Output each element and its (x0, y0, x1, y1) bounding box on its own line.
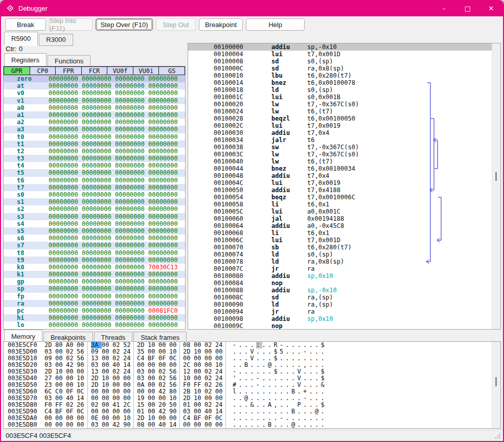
disasm-row[interactable]: 0010002Cluit7,0x0019 (188, 122, 492, 129)
reg-tab-vu0i[interactable]: VU0i (133, 66, 159, 75)
memory-byte[interactable]: 0F (66, 428, 77, 429)
memory-byte[interactable]: BF (55, 428, 66, 429)
tab-r5900[interactable]: R5900 (4, 32, 38, 46)
reg-tab-fpr[interactable]: FPR (55, 66, 82, 75)
reg-tab-gs[interactable]: GS (158, 66, 185, 75)
register-row[interactable]: a200000000000000000000000000000000 (4, 119, 185, 126)
disasm-row[interactable]: 00100044bnezt6,0x00100034 (188, 165, 492, 172)
disasm-row[interactable]: 00100024lwt6,(t7) (188, 108, 492, 115)
register-row[interactable]: v100000000000000000000000000000000 (4, 97, 185, 104)
memory-byte[interactable]: 04 (137, 428, 148, 429)
break-button[interactable]: Break (5, 18, 46, 31)
memory-scrollbar[interactable] (492, 342, 500, 428)
disasm-row[interactable]: 00100000addiusp,-0x10 (188, 43, 492, 51)
disasm-row[interactable]: 00100098addiusp,0x10 (188, 315, 492, 322)
breakpoint-button[interactable]: Breakpoint (199, 18, 243, 31)
disasm-row[interactable]: 00100068lit6,0x1 (188, 229, 492, 237)
register-row[interactable]: t800000000000000000000000000000000 (4, 249, 185, 257)
register-row[interactable]: t300000000000000000000000000000000 (4, 155, 185, 162)
reg-tab-cp0[interactable]: CP0 (30, 66, 56, 75)
register-row[interactable]: zero00000000000000000000000000000000 (4, 75, 185, 82)
register-row[interactable]: t400000000000000000000000000000000 (4, 162, 185, 169)
disasm-row[interactable]: 0010003Clwt7,-0x367C(s0) (188, 151, 492, 158)
register-row[interactable]: t600000000000000000000000000000000 (4, 177, 185, 184)
memory-byte[interactable]: 00 (148, 428, 158, 429)
tab-r3000[interactable]: R3000 (39, 34, 73, 46)
close-button[interactable]: ✕ (479, 0, 503, 16)
register-row[interactable]: s400000000000000000000000000000000 (4, 220, 185, 227)
memory-byte[interactable]: 03 (183, 428, 194, 429)
register-row[interactable]: s200000000000000000000000000000000 (4, 205, 185, 213)
disasm-row[interactable]: 00100038swt7,-0x367C(s0) (188, 144, 492, 151)
disasm-row[interactable]: 00100080addiusp,0x10 (188, 272, 492, 280)
disasm-row[interactable]: 00100084nop (188, 280, 492, 287)
disasm-row[interactable]: 00100058lit6,0x1 (188, 201, 492, 208)
reg-tab-fcr[interactable]: FCR (81, 66, 108, 75)
register-row[interactable]: s000000000000000000000000000000000 (4, 191, 185, 198)
disasm-row[interactable]: 0010004Cluit7,0x0019 (188, 179, 492, 187)
register-row[interactable]: gp00000000000000000000000000000000 (4, 278, 185, 285)
disasm-row[interactable]: 00100004luit7,0x001D (188, 51, 492, 58)
register-row[interactable]: t700000000000000000000000000000000 (4, 184, 185, 191)
disasm-row[interactable]: 00100008sds0,(sp) (188, 58, 492, 65)
reg-tab-vu0f[interactable]: VU0f (107, 66, 133, 75)
register-row[interactable]: s600000000000000000000000000000000 (4, 235, 185, 242)
disasm-row[interactable]: 00100028beqzlt6,0x00100050 (188, 115, 492, 122)
disasm-row[interactable]: 00100060jal0x00194188 (188, 215, 492, 222)
memory-byte[interactable]: 40 (204, 428, 215, 429)
disassembly-scrollbar[interactable] (492, 43, 500, 329)
disasm-row[interactable]: 0010000Csdra,0x8(sp) (188, 65, 492, 72)
memory-byte[interactable]: 00 (112, 428, 123, 429)
register-row[interactable]: s100000000000000000000000000000000 (4, 198, 185, 205)
register-row[interactable]: at00000000000000000000000000000000 (4, 82, 185, 89)
reg-tab-gpr[interactable]: GPR (4, 66, 30, 75)
memory-byte[interactable]: 90 (169, 428, 180, 429)
register-row[interactable]: s500000000000000000000000000000000 (4, 227, 185, 235)
register-row[interactable]: a000000000000000000000000000000000 (4, 104, 185, 111)
memory-byte[interactable]: 42 (158, 428, 169, 429)
register-row[interactable]: sp00000000000000000000000000000000 (4, 285, 185, 292)
disasm-row[interactable]: 00100094jrra (188, 308, 492, 315)
tab-registers[interactable]: Registers (4, 53, 47, 67)
register-row[interactable]: fp00000000000000000000000000000000 (4, 293, 185, 300)
register-row[interactable]: s300000000000000000000000000000000 (4, 213, 185, 220)
disasm-row[interactable]: 00100034jalrt6 (188, 136, 492, 144)
disasm-row[interactable]: 00100070sbt6,0x280(t7) (188, 244, 492, 251)
disasm-row[interactable]: 00100020lwt7,-0x367C(s0) (188, 101, 492, 108)
resize-grip[interactable] (495, 433, 500, 438)
disasm-row[interactable]: 00100018lds0,(sp) (188, 86, 492, 94)
register-row[interactable]: hi00000000000000000000000000000000 (4, 314, 185, 321)
register-row[interactable]: a300000000000000000000000000000000 (4, 126, 185, 133)
memory-byte[interactable]: 14 (215, 428, 226, 429)
minimize-button[interactable]: – (432, 0, 456, 16)
disasm-row[interactable]: 00100040lwt6,(t7) (188, 158, 492, 165)
disasm-row[interactable]: 0010008Csdra,(sp) (188, 294, 492, 301)
register-row[interactable]: t100000000000000000000000000000000 (4, 141, 185, 148)
register-row[interactable]: v000000000000000000000000000000000 (4, 89, 185, 97)
disasm-row[interactable]: 00100078ldra,0x8(sp) (188, 258, 492, 265)
register-row[interactable]: pc00000000000000000000000000081FC0 (4, 307, 185, 314)
register-row[interactable]: lo00000000000000000000000000000000 (4, 321, 185, 329)
disasm-row[interactable]: 0010007Cjrra (188, 265, 492, 272)
register-row[interactable]: t500000000000000000000000000000000 (4, 169, 185, 176)
memory-byte[interactable]: 00 (194, 428, 204, 429)
disasm-row[interactable]: 00100054beqzt7,0x0010006C (188, 194, 492, 201)
register-row[interactable]: k000000000000000000000000070030C13 (4, 264, 185, 271)
memory-scrollbar-thumb[interactable] (495, 377, 497, 386)
disasm-row[interactable]: 00100010lbut6,0x280(t7) (188, 72, 492, 79)
disassembly-scrollbar-thumb[interactable] (495, 172, 497, 181)
memory-byte[interactable]: C4 (44, 428, 55, 429)
memory-ascii[interactable]: ..........B...@. (225, 428, 327, 429)
memory-byte[interactable]: 00 (123, 428, 134, 429)
memory-byte[interactable]: 00 (102, 428, 112, 429)
disasm-row[interactable]: 00100014bnezt6,0x00100078 (188, 79, 492, 86)
disasm-row[interactable]: 00100074lds0,(sp) (188, 251, 492, 258)
step-over-f10-button[interactable]: Step Over (F10) (96, 18, 153, 31)
disasm-row[interactable]: 0010001Cluis0,0x001B (188, 94, 492, 101)
help-button[interactable]: Help (246, 18, 305, 31)
disasm-row[interactable]: 0010009Cnop (188, 322, 492, 330)
maximize-button[interactable]: □ (456, 0, 479, 16)
disasm-row[interactable]: 00100030addiut7,0x4 (188, 129, 492, 136)
register-row[interactable]: k100000000000000000000000000000000 (4, 271, 185, 278)
memory-byte[interactable]: 00 (91, 428, 102, 429)
